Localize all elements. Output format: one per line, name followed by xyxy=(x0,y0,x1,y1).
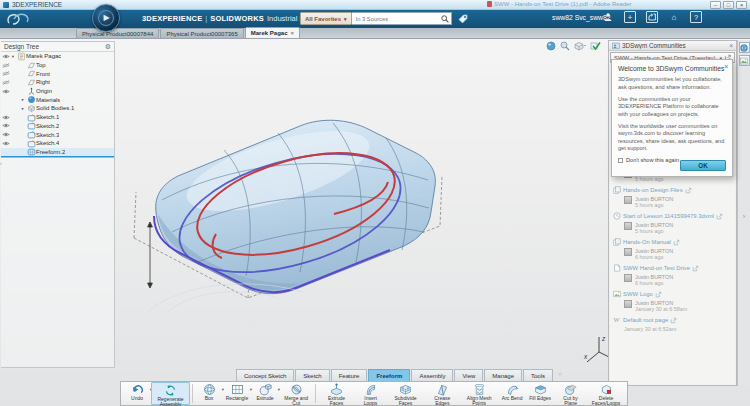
feed-item[interactable]: SWW Hand-on Test DriveJustin BURTON6 hou… xyxy=(610,263,735,289)
tool-insert-loops[interactable]: Insert Loops xyxy=(355,382,387,405)
more-tabs-icon[interactable]: ▿ xyxy=(558,369,562,381)
tree-item-front[interactable]: Front xyxy=(1,69,114,78)
minimize-button[interactable]: – xyxy=(710,1,721,9)
tab-assembly[interactable]: Assembly xyxy=(411,369,453,381)
tool-arc-bend[interactable]: Arc Bend xyxy=(498,382,526,405)
eye-visible-icon[interactable] xyxy=(1,115,10,120)
share-icon[interactable] xyxy=(646,11,658,23)
tool-extrude[interactable]: ▾Extrude xyxy=(251,382,279,405)
document-tab-physical-product00007365[interactable]: Physical Product00007365 xyxy=(160,28,243,38)
tool-label: Cut by Plane xyxy=(557,396,584,406)
feed-item-title[interactable]: Hands-on Design Files xyxy=(613,186,732,194)
close-button[interactable]: × xyxy=(736,1,747,9)
render-style-icon[interactable] xyxy=(546,41,556,51)
close-tab-icon[interactable]: × xyxy=(290,30,294,36)
external-link-icon[interactable] xyxy=(716,213,723,220)
popup-close-icon[interactable]: × xyxy=(724,63,728,70)
ok-button[interactable]: OK xyxy=(680,160,726,171)
background-window-tab[interactable]: SWW - Hands-on Test Drive (1).pdf - Adob… xyxy=(487,1,632,7)
tool-extrude-faces[interactable]: Extrude Faces xyxy=(318,382,354,405)
svg-text:x: x xyxy=(583,353,588,360)
feed-item-title[interactable]: SWW Hand-on Test Drive xyxy=(613,264,732,272)
tool-undo[interactable]: ▾Undo xyxy=(123,382,151,405)
tree-item-top[interactable]: Top xyxy=(1,61,114,70)
tool-merge-and-cut[interactable]: Merge and Cut xyxy=(279,382,313,405)
feed-item[interactable]: Start of Lesson 1141599479.3dxmlJustin B… xyxy=(610,211,735,237)
eye-visible-icon[interactable] xyxy=(1,123,10,128)
tool-rectangle[interactable]: ▾Rectangle xyxy=(223,382,251,405)
feed-item-title[interactable]: Hands-On Manual xyxy=(613,238,732,246)
eye-visible-icon[interactable] xyxy=(1,141,10,146)
tab-tools[interactable]: Tools xyxy=(523,369,553,381)
tab-sketch[interactable]: Sketch xyxy=(295,369,329,381)
tag-icon[interactable] xyxy=(458,14,468,24)
search-icon[interactable] xyxy=(441,15,449,23)
tree-item-right[interactable]: Right xyxy=(1,78,114,87)
feed-item[interactable]: WDefault root pageJanuary 30 at 6:52am xyxy=(610,315,735,335)
tab-view[interactable]: View xyxy=(454,369,483,381)
tree-item-sketch-4[interactable]: Sketch.4 xyxy=(1,139,114,148)
document-tab-marek-pagac[interactable]: Marek Pagac× xyxy=(245,27,300,38)
close-panel-icon[interactable]: × xyxy=(729,42,733,49)
tool-fill-edges[interactable]: Fill Edges xyxy=(526,382,554,405)
tree-item-freeform-2[interactable]: Freeform.2 xyxy=(1,148,114,157)
external-link-icon[interactable] xyxy=(670,317,677,324)
tab-freeform[interactable]: Freeform xyxy=(368,369,410,381)
feed-item-title[interactable]: WDefault root page xyxy=(613,316,732,324)
tree-item-origin[interactable]: Origin xyxy=(1,87,114,96)
eye-visible-icon[interactable] xyxy=(1,54,10,59)
compass-widget[interactable]: ▶ xyxy=(92,4,120,32)
tree-item-marek-pagac[interactable]: ▾Marek Pagac xyxy=(1,52,114,61)
eye-hidden-icon[interactable] xyxy=(1,80,10,85)
tool-delete-faces-loops[interactable]: Delete Faces/Loops xyxy=(587,382,625,405)
3d-model-viewport[interactable] xyxy=(128,116,472,312)
external-link-icon[interactable] xyxy=(673,239,680,246)
add-content-icon[interactable]: + xyxy=(624,11,636,23)
search-scope-dropdown[interactable]: All Favorites ▾ xyxy=(300,12,352,25)
eye-hidden-icon[interactable] xyxy=(1,63,10,68)
tab-manage[interactable]: Manage xyxy=(484,369,522,381)
feed-item[interactable]: Hands-On ManualJustin BURTON6 hours ago xyxy=(610,237,735,263)
dock-media-icon[interactable] xyxy=(739,55,750,66)
eye-visible-icon[interactable] xyxy=(1,132,10,137)
tool-crease-edges[interactable]: Crease Edges xyxy=(424,382,460,405)
tool-regenerate-assembly[interactable]: Regenerate Assembly xyxy=(151,382,190,405)
compass-play-icon[interactable]: ▶ xyxy=(103,14,109,22)
search-input[interactable] xyxy=(354,14,436,24)
part-icon xyxy=(16,52,26,61)
document-tab-physical-product00007844[interactable]: Physical Product00007844 xyxy=(76,28,159,38)
tab-concept-sketch[interactable]: Concept Sketch xyxy=(236,369,294,381)
tree-item-sketch-2[interactable]: Sketch.2 xyxy=(1,122,114,131)
tool-align-mesh-points[interactable]: Align Mesh Points xyxy=(460,382,498,405)
tool-subdivide-faces[interactable]: Subdivide Faces xyxy=(387,382,425,405)
validate-check-icon[interactable] xyxy=(590,41,601,51)
feed-item-title[interactable]: Start of Lesson 1141599479.3dxml xyxy=(613,212,732,220)
tree-item-sketch-1[interactable]: Sketch.1 xyxy=(1,113,114,122)
tree-item-sketch-3[interactable]: Sketch.3 xyxy=(1,130,114,139)
tree-item-materials[interactable]: ▸Materials xyxy=(1,95,114,104)
external-link-icon[interactable] xyxy=(692,265,699,272)
pages-icon xyxy=(613,238,621,246)
maximize-button[interactable]: □ xyxy=(723,1,734,9)
home-icon[interactable]: ⌂ xyxy=(668,11,680,23)
help-icon[interactable]: ? xyxy=(690,11,702,23)
collapse-left-panel-icon[interactable]: ‹ xyxy=(0,160,2,166)
eye-hidden-icon[interactable] xyxy=(1,71,10,76)
feed-item-title[interactable]: SWW Logo xyxy=(613,290,732,298)
tab-feature[interactable]: Feature xyxy=(331,369,368,381)
expand-panel-icon[interactable]: › xyxy=(743,213,745,220)
external-link-icon[interactable] xyxy=(655,291,662,298)
feed-item[interactable]: SWW LogoJustin BURTONJanuary 30 at 6:58a… xyxy=(610,289,735,315)
tool-cut-by-plane[interactable]: Cut by Plane xyxy=(554,382,587,405)
gear-icon[interactable]: ⚙ xyxy=(105,43,111,50)
external-link-icon[interactable] xyxy=(685,187,692,194)
user-profile-icon[interactable] xyxy=(602,11,614,23)
tree-item-solid-bodies-1[interactable]: ▸Solid Bodies.1 xyxy=(1,104,114,113)
dont-show-checkbox[interactable] xyxy=(618,158,623,163)
tool-box[interactable]: ▾Box xyxy=(195,382,223,405)
zoom-view-icon[interactable] xyxy=(560,41,570,51)
feed-item[interactable]: Hands-on Design FilesJustin BURTON5 hour… xyxy=(610,185,735,211)
view-cube-icon[interactable] xyxy=(574,41,586,51)
eye-visible-icon[interactable] xyxy=(1,89,10,94)
dock-communities-icon[interactable] xyxy=(739,42,750,53)
